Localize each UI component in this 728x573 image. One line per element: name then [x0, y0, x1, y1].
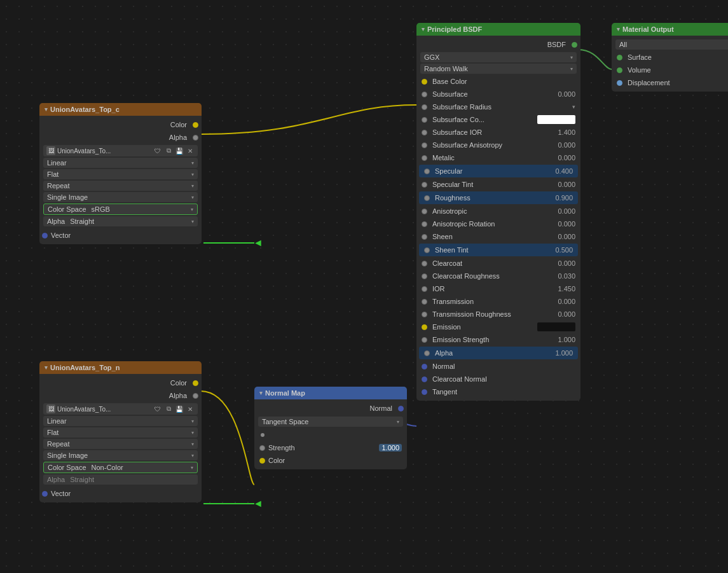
linear-select-n[interactable]: Linear ▾: [43, 416, 198, 426]
copy-btn[interactable]: ⧉: [164, 146, 173, 155]
specular-tint-socket: [422, 182, 427, 188]
repeat-select[interactable]: Repeat ▾: [43, 181, 198, 191]
tangent-space-select[interactable]: Tangent Space ▾: [258, 417, 403, 427]
subsurface-value: 0.000: [550, 90, 575, 98]
image-name: UnionAvatars_To...: [57, 148, 151, 155]
normal-input-socket: [422, 364, 427, 369]
alpha-select[interactable]: Alpha Straight ▾: [43, 216, 198, 226]
repeat-label-n: Repeat: [47, 440, 191, 448]
ggx-select[interactable]: GGX ▾: [420, 52, 577, 62]
matout-header: ▾ Material Output: [612, 23, 728, 36]
shield-btn[interactable]: 🛡: [153, 146, 162, 155]
emission-strength-row: Emission Strength 1.000: [416, 333, 580, 346]
clearcoat-roughness-socket: [422, 273, 427, 279]
emission-row: Emission: [416, 321, 580, 333]
aniso-rotation-socket: [422, 221, 427, 227]
anisotropic-label: Anisotropic: [430, 207, 550, 215]
metalic-socket: [422, 155, 427, 161]
random-walk-select[interactable]: Random Walk ▾: [420, 64, 577, 74]
bsdf-header: ▾ Principled BSDF: [416, 23, 580, 36]
specular-value: 0.400: [547, 167, 573, 175]
alpha-straight-value-n: Straight: [70, 476, 194, 483]
surface-socket: [617, 55, 622, 60]
alpha-label: Alpha: [47, 217, 65, 225]
emission-socket: [422, 324, 427, 330]
subsurface-color-box: [537, 115, 575, 124]
linear-label: Linear: [47, 159, 191, 167]
subsurface-row: Subsurface 0.000: [416, 88, 580, 100]
normal-map-node: ▾ Normal Map Normal Tangent Space ▾ Stre…: [254, 387, 407, 469]
normal-map-header: ▾ Normal Map: [254, 387, 407, 399]
alpha-field-value: 1.000: [547, 349, 573, 357]
repeat-chevron: ▾: [191, 183, 194, 189]
flat-select-n[interactable]: Flat ▾: [43, 427, 198, 438]
single-image-select[interactable]: Single Image ▾: [43, 192, 198, 202]
repeat-chevron-n: ▾: [191, 441, 194, 447]
copy-btn-n[interactable]: ⧉: [164, 404, 173, 413]
clearcoat-socket: [422, 261, 427, 266]
save-btn-n[interactable]: 💾: [175, 404, 184, 413]
alpha-field-row: Alpha 1.000: [419, 347, 578, 359]
aniso-rotation-value: 0.000: [550, 220, 575, 228]
clearcoat-value: 0.000: [550, 259, 575, 267]
repeat-select-n[interactable]: Repeat ▾: [43, 439, 198, 449]
matout-all-select[interactable]: All ▾: [615, 39, 728, 50]
anisotropic-row: Anisotropic 0.000: [416, 205, 580, 217]
strength-in-socket: [259, 445, 265, 451]
roughness-socket: [424, 195, 430, 201]
tangent-socket: [422, 389, 427, 395]
sheen-label: Sheen: [430, 233, 550, 240]
base-color-label: Base Color: [430, 78, 575, 85]
strength-value: 1.000: [379, 444, 402, 452]
sheen-tint-socket: [424, 247, 430, 253]
color-out-label-n: Color: [170, 379, 187, 387]
close-btn[interactable]: ✕: [186, 146, 195, 155]
colorspace-row-top-n[interactable]: Color Space Non-Color ▾: [43, 462, 198, 473]
random-walk-label: Random Walk: [424, 65, 570, 72]
save-btn[interactable]: 💾: [175, 146, 184, 155]
sheen-value: 0.000: [550, 233, 575, 240]
metalic-value: 0.000: [550, 154, 575, 162]
image-icon-n: 🖼: [46, 404, 55, 413]
colorspace-fixed-label: Color Space: [48, 205, 86, 213]
displacement-label: Displacement: [625, 79, 728, 86]
image-row[interactable]: 🖼 UnionAvatars_To... 🛡 ⧉ 💾 ✕: [43, 145, 198, 156]
specular-tint-label: Specular Tint: [430, 181, 550, 188]
material-output-node: ▾ Material Output All ▾ Surface Volume D…: [612, 23, 728, 92]
sheen-row: Sheen 0.000: [416, 230, 580, 243]
clearcoat-roughness-label: Clearcoat Roughness: [430, 272, 550, 280]
colorspace-chevron-n: ▾: [191, 465, 193, 471]
colorspace-value-top-c: sRGB: [92, 205, 191, 213]
single-image-label: Single Image: [47, 193, 191, 201]
vector-in-socket: [42, 233, 48, 238]
colorspace-value-top-n: Non-Color: [92, 464, 191, 471]
base-color-socket: [422, 79, 427, 85]
displacement-socket: [617, 80, 622, 86]
matout-title: Material Output: [622, 25, 674, 33]
bsdf-out-label: BSDF: [547, 41, 566, 48]
volume-label: Volume: [625, 66, 728, 74]
colorspace-row-top-c[interactable]: Color Space sRGB ▾: [43, 204, 198, 215]
single-image-select-n[interactable]: Single Image ▾: [43, 450, 198, 460]
flat-select[interactable]: Flat ▾: [43, 169, 198, 179]
clearcoat-normal-row: Clearcoat Normal: [416, 373, 580, 385]
roughness-label: Roughness: [432, 194, 547, 202]
shield-btn-n[interactable]: 🛡: [153, 404, 162, 413]
linear-chevron: ▾: [191, 160, 194, 166]
alpha-chevron: ▾: [191, 219, 194, 224]
transmission-roughness-label: Transmission Roughness: [430, 310, 550, 318]
alpha-field-label: Alpha: [432, 349, 547, 357]
subsurface-ior-value: 1.400: [550, 128, 575, 136]
alpha-label-n: Alpha: [47, 476, 65, 483]
image-row-n[interactable]: 🖼 UnionAvatars_To... 🛡 ⧉ 💾 ✕: [43, 403, 198, 415]
vector-in-socket-n: [42, 491, 48, 497]
tangent-row: Tangent: [416, 385, 580, 398]
subsurface-ior-label: Subsurface IOR: [430, 128, 550, 136]
alpha-select-n[interactable]: Alpha Straight: [43, 474, 198, 485]
green-arrow-2: ◄: [203, 499, 263, 509]
subsurface-label: Subsurface: [430, 90, 550, 98]
subsurface-aniso-label: Subsurface Anisotropy: [430, 141, 550, 149]
emission-strength-label: Emission Strength: [430, 336, 550, 343]
linear-select[interactable]: Linear ▾: [43, 158, 198, 168]
close-btn-n[interactable]: ✕: [186, 404, 195, 413]
